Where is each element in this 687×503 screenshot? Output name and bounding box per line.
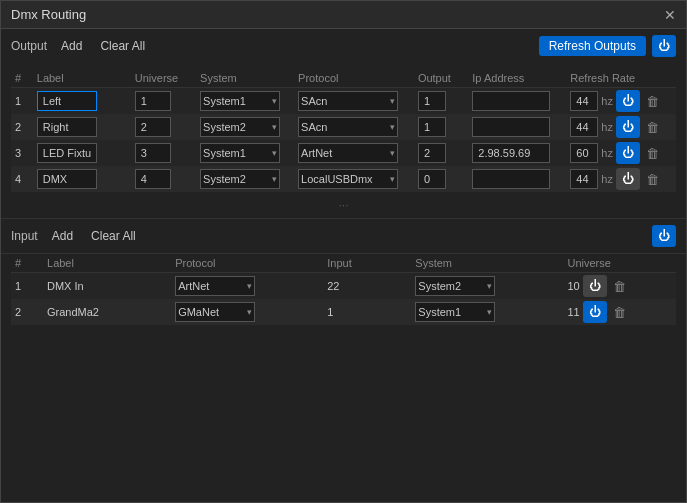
- refresh-outputs-button[interactable]: Refresh Outputs: [539, 36, 646, 56]
- output-row-universe: [131, 114, 196, 140]
- output-row-power-button[interactable]: ⏻: [616, 142, 640, 164]
- output-refresh-input[interactable]: [570, 91, 598, 111]
- output-row-system: System1 System1 System2: [196, 140, 294, 166]
- output-row-label: [33, 114, 131, 140]
- output-label-input[interactable]: [37, 143, 97, 163]
- input-row-power-button[interactable]: ⏻: [583, 275, 607, 297]
- input-table: # Label Protocol Input System Universe 1…: [11, 254, 676, 325]
- output-add-button[interactable]: Add: [57, 37, 86, 55]
- output-universe-input[interactable]: [135, 91, 171, 111]
- output-row-num: 2: [11, 114, 33, 140]
- input-table-header: # Label Protocol Input System Universe: [11, 254, 676, 273]
- col-header-universe: Universe: [131, 69, 196, 88]
- output-protocol-select[interactable]: ArtNet SAcn ArtNet LocalUSBDmx: [298, 143, 398, 163]
- input-row-delete-button[interactable]: 🗑: [610, 276, 630, 296]
- output-row-delete-button[interactable]: 🗑: [643, 91, 663, 111]
- input-power-button[interactable]: ⏻: [652, 225, 676, 247]
- col-header-rr: Refresh Rate: [566, 69, 676, 88]
- output-power-button[interactable]: ⏻: [652, 35, 676, 57]
- output-output-input[interactable]: [418, 91, 446, 111]
- output-refresh-input[interactable]: [570, 143, 598, 163]
- output-row-power-button[interactable]: ⏻: [616, 168, 640, 190]
- output-refresh-input[interactable]: [570, 117, 598, 137]
- input-add-button[interactable]: Add: [48, 227, 77, 245]
- output-protocol-select[interactable]: SAcn SAcn ArtNet LocalUSBDmx: [298, 91, 398, 111]
- input-protocol-select[interactable]: GMaNet ArtNet GMaNet SAcn: [175, 302, 255, 322]
- input-system-select[interactable]: System2 System1 System2: [415, 276, 495, 296]
- output-row-refresh: hz ⏻ 🗑: [566, 88, 676, 115]
- output-output-input[interactable]: [418, 117, 446, 137]
- col-header-protocol: Protocol: [294, 69, 414, 88]
- output-ip-input[interactable]: [472, 117, 550, 137]
- output-row-system: System1 System1 System2: [196, 88, 294, 115]
- output-row-universe: [131, 88, 196, 115]
- output-row-delete-button[interactable]: 🗑: [643, 117, 663, 137]
- output-row-label: [33, 88, 131, 115]
- output-row-num: 1: [11, 88, 33, 115]
- output-row-delete-button[interactable]: 🗑: [643, 143, 663, 163]
- output-table-area: # Label Universe System Protocol Output …: [1, 69, 686, 192]
- hz-label: hz: [601, 95, 613, 107]
- output-label-input[interactable]: [37, 117, 97, 137]
- output-protocol-select[interactable]: LocalUSBDmx SAcn ArtNet LocalUSBDmx: [298, 169, 398, 189]
- output-row-output: [414, 88, 468, 115]
- close-button[interactable]: ✕: [664, 8, 676, 22]
- output-universe-input[interactable]: [135, 117, 171, 137]
- output-system-select[interactable]: System1 System1 System2: [200, 143, 280, 163]
- input-label-text: DMX In: [47, 280, 84, 292]
- output-row-ip: [468, 114, 566, 140]
- output-label-input[interactable]: [37, 169, 97, 189]
- output-row-system: System2 System1 System2: [196, 114, 294, 140]
- output-clear-button[interactable]: Clear All: [96, 37, 149, 55]
- output-ip-input[interactable]: [472, 169, 550, 189]
- input-row-num: 1: [11, 273, 43, 300]
- output-row-power-button[interactable]: ⏻: [616, 116, 640, 138]
- output-row-refresh: hz ⏻ 🗑: [566, 166, 676, 192]
- output-system-select[interactable]: System2 System1 System2: [200, 117, 280, 137]
- output-protocol-wrap: SAcn SAcn ArtNet LocalUSBDmx: [298, 91, 398, 111]
- output-refresh-actions: hz ⏻ 🗑: [570, 168, 672, 190]
- output-system-wrap: System2 System1 System2: [200, 169, 280, 189]
- output-protocol-wrap: SAcn SAcn ArtNet LocalUSBDmx: [298, 117, 398, 137]
- output-ip-input[interactable]: [472, 91, 550, 111]
- output-refresh-actions: hz ⏻ 🗑: [570, 142, 672, 164]
- input-row-power-button[interactable]: ⏻: [583, 301, 607, 323]
- output-output-input[interactable]: [418, 143, 446, 163]
- output-table: # Label Universe System Protocol Output …: [11, 69, 676, 192]
- output-row-ip: [468, 166, 566, 192]
- input-row-delete-button[interactable]: 🗑: [610, 302, 630, 322]
- col-header-output: Output: [414, 69, 468, 88]
- input-table-row: 2 GrandMa2 GMaNet ArtNet GMaNet SAcn 1 S…: [11, 299, 676, 325]
- input-label-text: GrandMa2: [47, 306, 99, 318]
- input-universe-text: 11: [567, 306, 579, 318]
- output-row-output: [414, 114, 468, 140]
- output-row-refresh: hz ⏻ 🗑: [566, 140, 676, 166]
- output-universe-input[interactable]: [135, 169, 171, 189]
- input-row-protocol: ArtNet ArtNet GMaNet SAcn: [171, 273, 323, 300]
- output-system-select[interactable]: System2 System1 System2: [200, 169, 280, 189]
- output-row-power-button[interactable]: ⏻: [616, 90, 640, 112]
- output-protocol-wrap: ArtNet SAcn ArtNet LocalUSBDmx: [298, 143, 398, 163]
- col-header-label: Label: [33, 69, 131, 88]
- output-refresh-input[interactable]: [570, 169, 598, 189]
- output-universe-input[interactable]: [135, 143, 171, 163]
- input-clear-button[interactable]: Clear All: [87, 227, 140, 245]
- output-system-wrap: System2 System1 System2: [200, 117, 280, 137]
- output-row-universe: [131, 166, 196, 192]
- input-input-text: 22: [327, 280, 339, 292]
- input-protocol-wrap: GMaNet ArtNet GMaNet SAcn: [175, 302, 255, 322]
- output-ip-input[interactable]: [472, 143, 550, 163]
- output-row-label: [33, 140, 131, 166]
- output-protocol-select[interactable]: SAcn SAcn ArtNet LocalUSBDmx: [298, 117, 398, 137]
- section-divider[interactable]: ···: [1, 192, 686, 218]
- output-label-input[interactable]: [37, 91, 97, 111]
- output-row-delete-button[interactable]: 🗑: [643, 169, 663, 189]
- input-protocol-wrap: ArtNet ArtNet GMaNet SAcn: [175, 276, 255, 296]
- in-col-header-system: System: [411, 254, 563, 273]
- output-system-select[interactable]: System1 System1 System2: [200, 91, 280, 111]
- output-table-row: 3 System1 System1 System2 ArtNet SAcn Ar…: [11, 140, 676, 166]
- input-power-area: ⏻: [652, 225, 676, 247]
- input-protocol-select[interactable]: ArtNet ArtNet GMaNet SAcn: [175, 276, 255, 296]
- input-system-select[interactable]: System1 System1 System2: [415, 302, 495, 322]
- output-output-input[interactable]: [418, 169, 446, 189]
